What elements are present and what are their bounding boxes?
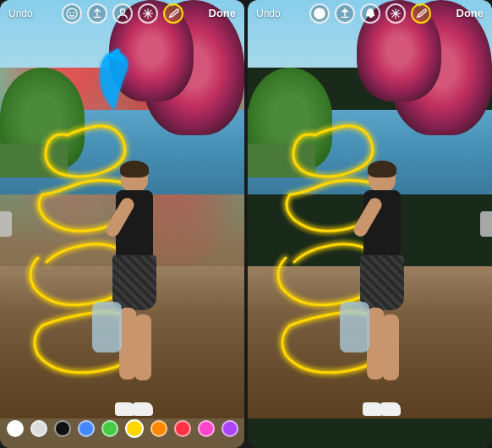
undo-button-right[interactable]: Undo: [256, 8, 281, 19]
left-panel: Undo Done: [0, 0, 244, 448]
svg-point-1: [66, 8, 76, 18]
right-side-handle[interactable]: [480, 211, 492, 237]
emoji-tool-right[interactable]: [309, 3, 330, 24]
ground-green-right: [248, 144, 315, 178]
svg-point-7: [320, 11, 322, 13]
color-green[interactable]: [101, 420, 118, 437]
color-white[interactable]: [7, 420, 24, 437]
ground-green: [0, 144, 68, 178]
blue-arrow: [89, 46, 139, 114]
person-right: [344, 162, 420, 416]
color-pink[interactable]: [198, 420, 215, 437]
effects-tool-right[interactable]: [385, 3, 406, 24]
color-picker-left: [0, 419, 244, 438]
color-orange[interactable]: [150, 420, 167, 437]
upload-tool-right[interactable]: [335, 3, 355, 24]
color-yellow[interactable]: [125, 419, 144, 438]
left-side-handle[interactable]: [0, 211, 12, 237]
svg-point-3: [73, 11, 74, 13]
color-purple[interactable]: [221, 420, 238, 437]
color-blue[interactable]: [78, 420, 95, 437]
upload-tool-left[interactable]: [87, 3, 107, 24]
tool-icons-left: [62, 3, 183, 24]
emoji-tool-left[interactable]: [62, 3, 82, 24]
tool-icons-right: [309, 3, 431, 24]
color-black[interactable]: [54, 420, 71, 437]
right-panel: Undo Done: [248, 0, 492, 448]
svg-point-6: [316, 11, 318, 13]
svg-point-2: [68, 11, 70, 13]
left-toolbar: Undo Done: [0, 7, 244, 19]
right-toolbar: Undo Done: [248, 7, 492, 19]
color-lightgray[interactable]: [30, 420, 47, 437]
effects-tool-left[interactable]: [138, 3, 158, 24]
pen-tool-left[interactable]: [163, 3, 183, 24]
svg-point-4: [120, 8, 124, 13]
undo-button-left[interactable]: Undo: [8, 8, 33, 19]
svg-point-5: [314, 8, 324, 18]
person-left: [96, 162, 172, 416]
done-button-left[interactable]: Done: [209, 7, 237, 19]
pen-tool-right[interactable]: [411, 3, 431, 24]
bell-tool-right[interactable]: [360, 3, 380, 24]
done-button-right[interactable]: Done: [456, 7, 484, 19]
person-tool-left[interactable]: [112, 3, 133, 24]
color-red[interactable]: [174, 420, 191, 437]
